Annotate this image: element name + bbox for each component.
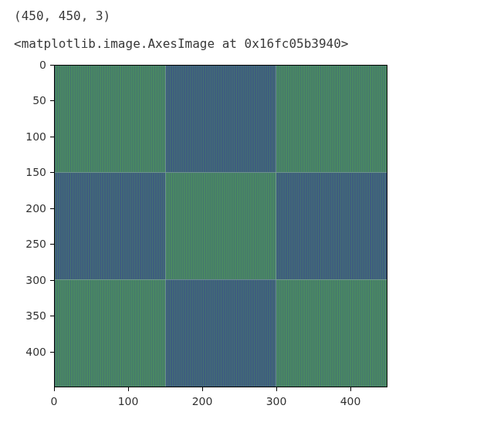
- x-tick-label: 0: [51, 395, 58, 407]
- y-tick-label: 150: [14, 166, 46, 178]
- y-tick-mark: [50, 137, 54, 137]
- svg-rect-7: [55, 173, 165, 280]
- svg-rect-5: [165, 66, 276, 173]
- plot-container: 050100150200250300350400 0100200300400: [14, 60, 437, 423]
- y-tick-mark: [50, 172, 54, 173]
- svg-rect-9: [276, 173, 387, 280]
- y-tick-label: 200: [14, 202, 46, 214]
- output-shape: (450, 450, 3): [14, 8, 504, 25]
- x-tick-label: 300: [266, 395, 287, 407]
- output-repr: <matplotlib.image.AxesImage at 0x16fc05b…: [14, 35, 504, 52]
- y-tick-label: 250: [14, 238, 46, 250]
- svg-rect-11: [165, 279, 276, 387]
- x-tick-label: 400: [340, 395, 361, 407]
- image-axes: [54, 65, 387, 387]
- y-tick-mark: [50, 244, 54, 245]
- x-tick-mark: [54, 387, 55, 391]
- svg-rect-12: [276, 279, 387, 387]
- x-tick-mark: [202, 387, 203, 391]
- svg-rect-10: [55, 279, 165, 387]
- heatmap-image: [55, 66, 387, 387]
- x-tick-mark: [350, 387, 351, 391]
- y-tick-label: 50: [14, 94, 46, 106]
- y-tick-label: 300: [14, 274, 46, 286]
- svg-rect-6: [276, 66, 387, 173]
- y-tick-label: 400: [14, 346, 46, 358]
- y-tick-mark: [50, 65, 54, 66]
- x-tick-label: 200: [192, 395, 213, 407]
- y-tick-label: 100: [14, 130, 46, 143]
- x-tick-mark: [276, 387, 277, 391]
- svg-rect-4: [55, 66, 165, 173]
- y-tick-mark: [50, 352, 54, 353]
- x-tick-mark: [128, 387, 129, 391]
- svg-rect-8: [165, 173, 276, 280]
- y-tick-label: 0: [14, 59, 46, 71]
- x-tick-label: 100: [118, 395, 139, 407]
- y-tick-mark: [50, 208, 54, 209]
- y-tick-mark: [50, 100, 54, 101]
- y-tick-mark: [50, 316, 54, 316]
- y-tick-mark: [50, 280, 54, 281]
- y-tick-label: 350: [14, 309, 46, 322]
